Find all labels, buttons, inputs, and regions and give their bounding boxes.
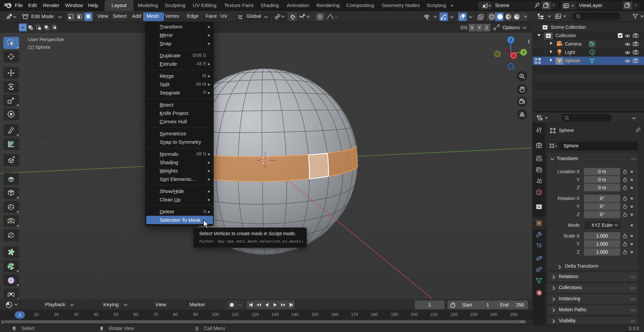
svg-text:X: X — [512, 54, 515, 58]
svg-text:Y: Y — [522, 50, 525, 55]
svg-text:Z: Z — [509, 38, 512, 43]
